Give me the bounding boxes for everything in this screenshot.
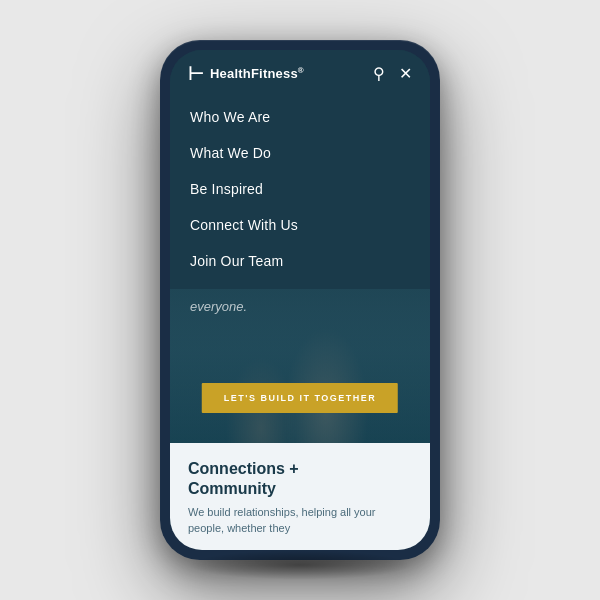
nav-menu: Who We Are What We Do Be Inspired Connec…: [170, 93, 430, 289]
nav-item-who-we-are[interactable]: Who We Are: [170, 99, 430, 135]
hero-overlay-text: everyone.: [190, 299, 247, 314]
bottom-card-title: Connections +Community: [188, 459, 412, 499]
phone-screen: ⊢ HealthFitness® ⚲ ✕ Who We Are What We …: [170, 50, 430, 550]
app-header: ⊢ HealthFitness® ⚲ ✕: [170, 50, 430, 93]
cta-button-container: LET'S BUILD IT TOGETHER: [202, 383, 398, 413]
logo: ⊢ HealthFitness®: [188, 65, 304, 83]
nav-item-join-our-team[interactable]: Join Our Team: [170, 243, 430, 279]
hero-section: everyone. LET'S BUILD IT TOGETHER: [170, 289, 430, 443]
nav-item-connect-with-us[interactable]: Connect With Us: [170, 207, 430, 243]
phone-shadow: [188, 550, 412, 580]
phone-frame: ⊢ HealthFitness® ⚲ ✕ Who We Are What We …: [160, 40, 440, 560]
search-icon[interactable]: ⚲: [373, 64, 385, 83]
nav-item-be-inspired[interactable]: Be Inspired: [170, 171, 430, 207]
nav-item-what-we-do[interactable]: What We Do: [170, 135, 430, 171]
header-actions: ⚲ ✕: [373, 64, 412, 83]
close-icon[interactable]: ✕: [399, 64, 412, 83]
bottom-card-body: We build relationships, helping all your…: [188, 505, 412, 536]
cta-button[interactable]: LET'S BUILD IT TOGETHER: [202, 383, 398, 413]
bottom-card: Connections +Community We build relation…: [170, 443, 430, 550]
logo-icon: ⊢: [188, 65, 204, 83]
logo-text: HealthFitness®: [210, 66, 304, 81]
